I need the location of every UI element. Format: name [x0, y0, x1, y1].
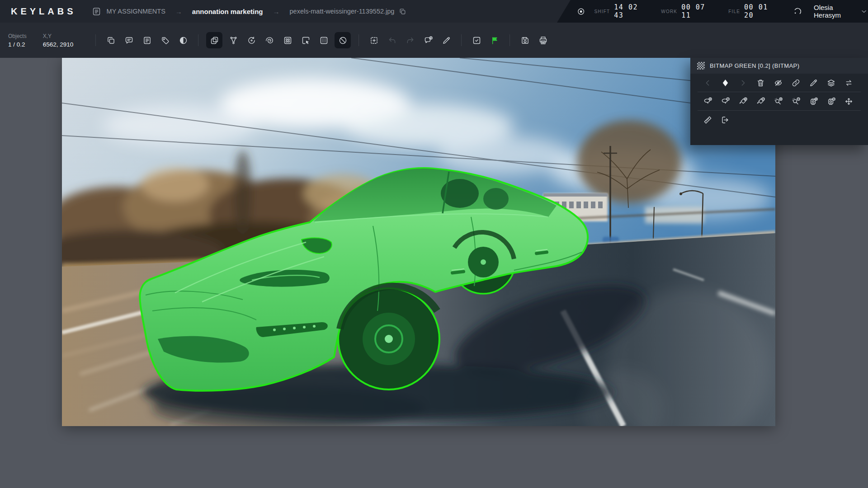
- keypoints-tool-button[interactable]: [226, 33, 241, 47]
- export-icon: [721, 115, 730, 125]
- brush-add-button[interactable]: [737, 95, 750, 108]
- history-icon: [793, 6, 803, 16]
- breadcrumb-project[interactable]: annonation marketing: [192, 8, 263, 15]
- print-button[interactable]: [536, 33, 550, 47]
- keypoints-icon: [229, 36, 238, 45]
- next-object-button[interactable]: [737, 76, 750, 89]
- versions-tool-button[interactable]: [244, 33, 259, 47]
- add-comment-button[interactable]: [421, 33, 435, 47]
- hide-object-button[interactable]: [772, 76, 785, 89]
- layers-button[interactable]: [825, 76, 838, 89]
- work-timer-value: 00 07 11: [681, 3, 715, 19]
- assignments-icon[interactable]: [92, 7, 101, 16]
- pencil-icon: [442, 36, 451, 45]
- delete-object-button[interactable]: [755, 76, 767, 89]
- swap-object-button[interactable]: [843, 76, 855, 89]
- brush-subtract-button[interactable]: [755, 95, 767, 108]
- magic-subtract-button[interactable]: [790, 95, 802, 108]
- move-icon: [844, 97, 854, 106]
- duplicate-tool-button[interactable]: [104, 33, 118, 47]
- ai-add-button[interactable]: [807, 95, 820, 108]
- breadcrumb-assignments[interactable]: MY ASSIGNMENTS: [107, 8, 165, 15]
- tag-tool-button[interactable]: [158, 33, 172, 47]
- user-menu[interactable]: Olesia Herasym: [814, 4, 868, 19]
- versions-icon: [247, 36, 256, 45]
- file-timer-label: FILE: [728, 9, 740, 14]
- comments-tool-button[interactable]: [122, 33, 136, 47]
- duplicate-icon: [106, 36, 116, 45]
- shape-indicator-button[interactable]: [719, 76, 732, 89]
- prev-object-button[interactable]: [702, 76, 714, 89]
- layers-icon: [826, 78, 836, 88]
- redo-icon: [406, 36, 415, 45]
- toolbar-divider: [198, 34, 198, 46]
- components-tool-button[interactable]: [280, 33, 295, 47]
- panel-title: BITMAP GREEN [0.2] (BITMAP): [710, 62, 799, 69]
- objects-counter: Objects 1 / 0.2: [8, 33, 27, 48]
- measure-button[interactable]: [702, 113, 714, 126]
- top-bar: KEYLABS MY ASSIGNMENTS → annonation mark…: [0, 0, 868, 23]
- chevron-left-icon: [703, 78, 712, 88]
- lasso-minus-icon: [721, 97, 730, 106]
- panel-row-3: [690, 111, 868, 129]
- object-tool-panel: BITMAP GREEN [0.2] (BITMAP): [690, 58, 868, 145]
- app-logo: KEYLABS: [11, 6, 76, 17]
- pencil-icon: [809, 78, 818, 88]
- breadcrumb-arrow-icon: →: [273, 8, 280, 15]
- edit-object-button[interactable]: [807, 76, 820, 89]
- comment-plus-icon: [424, 36, 433, 45]
- photo-canvas[interactable]: [62, 58, 775, 426]
- record-icon[interactable]: [577, 7, 585, 16]
- ai-chip-minus-icon: [826, 97, 836, 106]
- slash-circle-icon: [338, 36, 348, 45]
- ai-subtract-button[interactable]: [825, 95, 838, 108]
- flag-button[interactable]: [487, 33, 502, 47]
- matrix-icon: [319, 36, 329, 45]
- breadcrumb-file: pexels-matt-weissinger-1139552.jpg: [290, 8, 395, 15]
- redo-button[interactable]: [403, 33, 417, 47]
- select-box-tool-button[interactable]: [298, 33, 313, 47]
- matrix-tool-button[interactable]: [316, 33, 331, 47]
- task-list-button[interactable]: [140, 33, 154, 47]
- draw-tool-button[interactable]: [439, 33, 453, 47]
- cursor-box-icon: [301, 36, 311, 45]
- lasso-subtract-button[interactable]: [719, 95, 732, 108]
- components-icon: [283, 36, 292, 45]
- contrast-icon: [179, 36, 188, 45]
- contrast-tool-button[interactable]: [176, 33, 190, 47]
- marquee-add-button[interactable]: [367, 33, 381, 47]
- smart-select-tool-button[interactable]: [262, 33, 277, 47]
- save-button[interactable]: [518, 33, 532, 47]
- bitmap-pattern-icon: [697, 62, 705, 70]
- undo-button[interactable]: [385, 33, 399, 47]
- copy-filename-button[interactable]: [399, 8, 406, 15]
- none-tool-button[interactable]: [335, 32, 351, 48]
- export-object-button[interactable]: [719, 113, 732, 126]
- toolbar-divider: [461, 34, 462, 46]
- chevron-right-icon: [738, 78, 748, 88]
- lasso-add-button[interactable]: [702, 95, 714, 108]
- panel-row-1: [690, 74, 868, 92]
- marquee-plus-icon: [369, 36, 379, 45]
- top-bar-right: SHIFT 14 02 43 WORK 00 07 11 FILE 00 01 …: [557, 0, 868, 23]
- magic-wand-plus-icon: [774, 97, 783, 106]
- objects-label: Objects: [8, 33, 27, 39]
- work-timer-label: WORK: [661, 9, 677, 14]
- coords-label: X,Y: [43, 33, 74, 39]
- panel-header: BITMAP GREEN [0.2] (BITMAP): [690, 58, 868, 74]
- move-mask-button[interactable]: [843, 95, 855, 108]
- bitmap-tool-button[interactable]: [206, 32, 222, 48]
- check-box-icon: [472, 36, 481, 45]
- toolbar: Objects 1 / 0.2 X,Y 6562, 2910: [0, 23, 868, 58]
- eye-off-icon: [774, 78, 783, 88]
- toolbar-divider: [95, 34, 96, 46]
- breadcrumb-arrow-icon: →: [175, 8, 182, 15]
- shift-timer-label: SHIFT: [594, 9, 610, 14]
- user-name: Olesia Herasym: [814, 4, 856, 19]
- link-object-button[interactable]: [790, 76, 802, 89]
- bitmap-icon: [210, 36, 219, 45]
- ai-chip-plus-icon: [809, 97, 818, 106]
- history-button[interactable]: [793, 6, 803, 16]
- validate-button[interactable]: [469, 33, 484, 47]
- magic-add-button[interactable]: [772, 95, 785, 108]
